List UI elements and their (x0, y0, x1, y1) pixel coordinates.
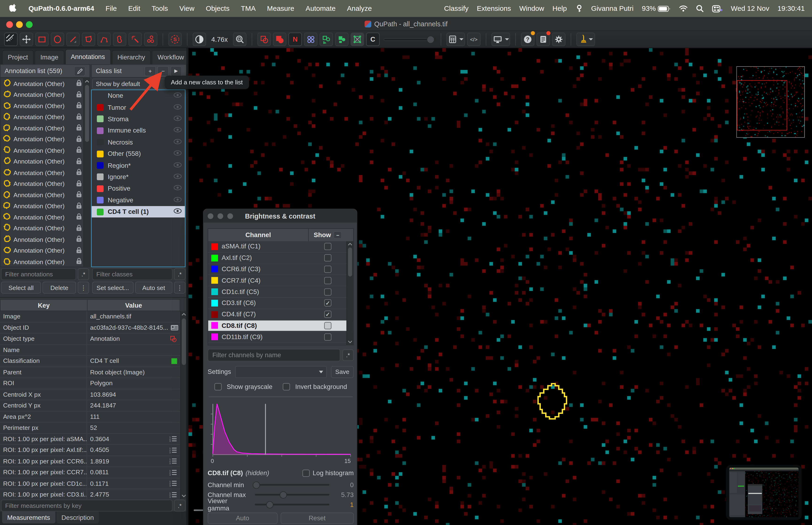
kv-row[interactable]: Area px^2111 (0, 411, 180, 422)
regex-toggle-measurements[interactable]: .* (174, 500, 185, 512)
menu-analyze[interactable]: Analyze (347, 5, 372, 13)
kv-header-value[interactable]: Value (88, 300, 180, 311)
kv-row[interactable]: Centroid Y px244.1847 (0, 400, 180, 411)
opacity-slider[interactable] (384, 33, 433, 46)
panel-tab-annotations[interactable]: Annotations (65, 49, 111, 64)
class-row-tumor[interactable]: Tumor (92, 102, 185, 113)
menu-extensions[interactable]: Extensions (477, 5, 511, 13)
class-row-stroma[interactable]: Stroma (92, 113, 185, 125)
control-center-icon[interactable] (712, 5, 722, 12)
remove-class-button[interactable]: − (157, 66, 169, 76)
wand-tool-button[interactable] (128, 33, 142, 46)
class-row-positive[interactable]: Positive (92, 183, 185, 194)
filter-measurements-input[interactable]: Filter measurements by key (1, 500, 172, 512)
auto-set-button[interactable]: Auto set (135, 282, 172, 294)
channel-color-swatch[interactable] (211, 322, 218, 329)
measurement-list-icon[interactable]: 123 (169, 447, 177, 453)
app-menu-title[interactable]: QuPath-0.6.0-arm64 (28, 5, 94, 13)
pixel-classification-button[interactable] (351, 33, 364, 46)
annotation-row[interactable]: Annotation (Other) (0, 123, 90, 134)
fill-annotations-button[interactable] (273, 33, 286, 46)
kv-row[interactable]: ClassificationCD4 T cell (0, 356, 180, 367)
dialog-title-bar[interactable]: Brightness & contrast (203, 209, 357, 223)
class-visibility-eye-icon[interactable] (173, 162, 182, 169)
panel-tab-workflow[interactable]: Workflow (152, 50, 189, 64)
line-tool-button[interactable] (66, 33, 80, 46)
show-connections-button[interactable]: C (366, 33, 380, 46)
menu-edit[interactable]: Edit (128, 5, 140, 13)
show-tma-grid-button[interactable] (304, 33, 317, 46)
panel-tab-project[interactable]: Project (2, 50, 34, 64)
channel-min-slider[interactable] (254, 484, 330, 486)
selection-mode-button[interactable]: S (168, 33, 182, 46)
status-clock[interactable]: 19:30:41 (778, 5, 805, 13)
channel-row-asma-tif-c1-[interactable]: aSMA.tif (C1) (208, 241, 353, 253)
auto-button[interactable]: Auto (208, 512, 277, 524)
annotation-row[interactable]: Annotation (Other) (0, 78, 90, 89)
channel-row-partial[interactable] (208, 343, 353, 345)
filter-annotations-input[interactable]: Filter annotations (1, 268, 76, 280)
class-visibility-eye-icon[interactable] (173, 208, 182, 215)
kv-row[interactable]: Name (0, 345, 180, 356)
menu-measure[interactable]: Measure (267, 5, 294, 13)
annotation-row[interactable]: Annotation (Other) (0, 134, 90, 145)
kv-row[interactable]: ROI: 1.00 px per pixel: Axl.tif:...0.450… (0, 445, 180, 456)
show-log-button[interactable] (536, 33, 550, 46)
rectangle-tool-button[interactable] (35, 33, 49, 46)
viewport-rectangle[interactable] (737, 80, 787, 131)
kv-row[interactable]: Perimeter px52 (0, 422, 180, 434)
channel-color-swatch[interactable] (211, 266, 218, 273)
class-more-button[interactable]: ⋮ (174, 282, 185, 294)
password-key-icon[interactable] (575, 4, 583, 13)
channel-table-scrollbar[interactable] (347, 241, 353, 345)
channel-row-ccr7-tif-c4-[interactable]: CCR7.tif (C4) (208, 275, 353, 286)
class-row-cd4-t-cell-1-[interactable]: CD4 T cell (1) (92, 206, 185, 217)
class-visibility-eye-icon[interactable] (173, 185, 182, 192)
panel-tab-hierarchy[interactable]: Hierarchy (112, 50, 151, 64)
class-row-immune-cells[interactable]: Immune cells (92, 125, 185, 136)
measurement-list-icon[interactable]: 123 (169, 491, 177, 498)
menu-automate[interactable]: Automate (306, 5, 336, 13)
show-annotations-button[interactable] (257, 33, 271, 46)
view-options-button[interactable] (491, 33, 510, 46)
channel-color-swatch[interactable] (211, 333, 218, 340)
kv-header-key[interactable]: Key (0, 300, 88, 311)
annotation-row[interactable]: Annotation (Other) (0, 223, 90, 234)
regex-toggle-annotations[interactable]: .* (78, 268, 89, 280)
add-class-button[interactable]: + (144, 66, 156, 76)
annotation-row[interactable]: Annotation (Other) (0, 156, 90, 167)
menu-tma[interactable]: TMA (241, 5, 256, 13)
annotation-row[interactable]: Annotation (Other) (0, 178, 90, 190)
annotation-row[interactable]: Annotation (Other) (0, 245, 90, 256)
kv-row[interactable]: ROI: 1.00 px per pixel: CD3.ti...2.47751… (0, 489, 180, 499)
measurement-list-icon[interactable]: 123 (169, 469, 177, 476)
zoom-magnification-label[interactable]: 4.76x (211, 35, 228, 43)
spotlight-search-icon[interactable] (696, 5, 704, 13)
class-visibility-eye-icon[interactable] (173, 174, 182, 181)
set-selected-button[interactable]: Set select... (92, 282, 133, 294)
delete-button[interactable]: Delete (43, 282, 76, 294)
zoom-to-fit-button[interactable] (233, 33, 246, 46)
annotation-row[interactable]: Annotation (Other) (0, 89, 90, 100)
channel-show-checkbox[interactable]: ✓ (324, 299, 332, 307)
channel-show-checkbox[interactable]: ✓ (324, 311, 332, 318)
channel-row-cd3-tif-c6-[interactable]: CD3.tif (C6) ✓ (208, 298, 353, 309)
annotation-more-button[interactable]: ⋮ (78, 282, 89, 294)
channel-color-swatch[interactable] (211, 277, 218, 284)
kv-row[interactable]: Object typeAnnotation (0, 333, 180, 345)
regex-toggle-channels[interactable]: .* (342, 349, 354, 361)
class-visibility-eye-icon[interactable] (173, 139, 182, 146)
kv-row[interactable]: Centroid X px103.8694 (0, 389, 180, 400)
channel-show-checkbox[interactable] (324, 266, 332, 273)
class-row-negative[interactable]: Negative (92, 194, 185, 206)
kv-row[interactable]: ROIPolygon (0, 378, 180, 389)
panel-splitter[interactable] (186, 48, 188, 525)
annotation-row[interactable]: Annotation (Other) (0, 190, 90, 200)
show-names-button[interactable]: N (288, 33, 302, 46)
settings-dropdown[interactable] (235, 366, 327, 378)
channel-row-cd4-tif-c7-[interactable]: CD4.tif (C7) ✓ (208, 309, 353, 320)
polyline-tool-button[interactable] (97, 33, 111, 46)
menu-view[interactable]: View (179, 5, 194, 13)
kv-row[interactable]: Object IDac03fa2d-937c-48b2-8145... (0, 322, 180, 333)
brightness-contrast-button[interactable] (193, 33, 206, 46)
